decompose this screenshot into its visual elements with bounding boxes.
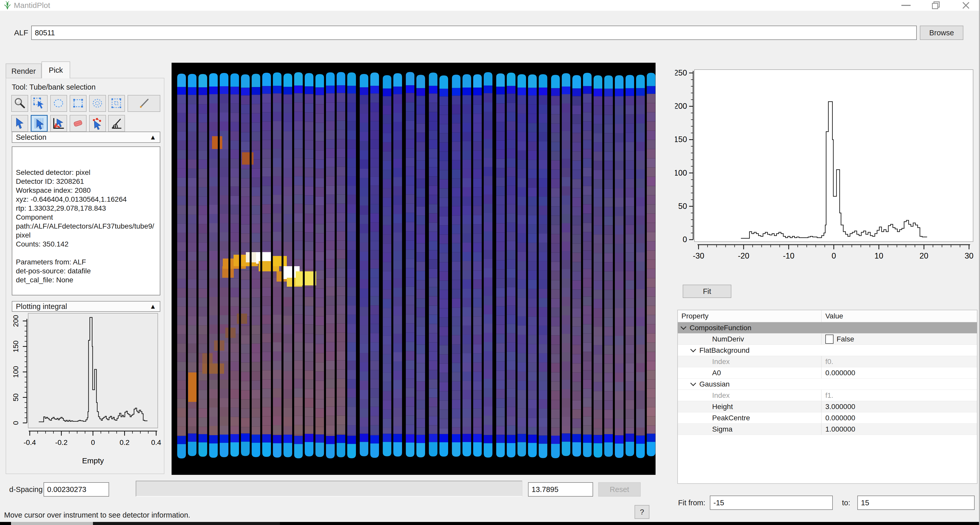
tool-draw-free-button[interactable]	[127, 95, 160, 112]
property-label: CompositeFunction	[690, 324, 751, 332]
property-value[interactable]: 3.000000	[825, 401, 855, 412]
collapse-triangle-icon: ▲	[150, 303, 156, 311]
selection-group-header[interactable]: Selection ▲	[12, 132, 160, 143]
svg-text:30: 30	[965, 251, 973, 260]
property-row-index[interactable]: Indexf0.	[678, 356, 977, 367]
pick-spectrum-chart: 050100150200250-30-20-100102030	[675, 65, 980, 272]
taskbar-edge	[0, 522, 980, 525]
property-row-a0[interactable]: A00.000000	[678, 367, 977, 379]
svg-text:20: 20	[920, 251, 928, 260]
pick-pixel-icon	[13, 117, 26, 130]
chevron-down-icon	[690, 346, 696, 352]
selection-info-box: Selected detector: pixel Detector ID: 32…	[12, 146, 160, 295]
dspacing-slider[interactable]	[136, 481, 522, 496]
property-row-sigma[interactable]: Sigma1.000000	[678, 423, 977, 435]
close-icon	[962, 1, 970, 10]
draw-rectangle-icon	[72, 97, 84, 110]
property-table-header: PropertyValue	[678, 310, 977, 322]
tool-pick-tube-button[interactable]	[31, 115, 48, 132]
run-number-input[interactable]	[31, 25, 917, 40]
minimize-button[interactable]	[893, 0, 919, 11]
browse-button[interactable]: Browse	[920, 25, 963, 40]
dspacing-input[interactable]	[43, 482, 109, 496]
property-value[interactable]: 1.000000	[825, 423, 855, 435]
tool-draw-ellipse-ring-button[interactable]	[89, 95, 106, 112]
tool-draw-rectangle-button[interactable]	[70, 95, 87, 112]
mantidplot-window: MantidPlot ALF Browse Render Pick Tool: …	[0, 0, 980, 525]
window-right-edge	[979, 0, 980, 525]
fit-to-input[interactable]	[858, 496, 975, 510]
tool-draw-ellipse-button[interactable]	[50, 95, 67, 112]
property-value[interactable]: 0.000000	[825, 367, 855, 378]
property-label: Gaussian	[699, 380, 730, 388]
tool-zoom-button[interactable]	[11, 95, 28, 112]
plotting-group-header[interactable]: Plotting integral ▲	[12, 301, 160, 312]
property-column-header: Property	[681, 312, 709, 320]
property-value-text: 0.000000	[825, 414, 855, 422]
erase-peak-icon	[72, 117, 84, 130]
tool-plot-sum-button[interactable]	[50, 115, 67, 132]
property-label: A0	[712, 369, 721, 377]
tab-pick[interactable]: Pick	[41, 62, 70, 78]
property-row-numderiv[interactable]: NumDerivFalse	[678, 333, 977, 345]
property-label: FlatBackground	[699, 346, 749, 355]
property-row-peakcentre[interactable]: PeakCentre0.000000	[678, 412, 977, 423]
tool-edit-shape-button[interactable]	[31, 95, 48, 112]
property-table: PropertyValueCompositeFunctionNumDerivFa…	[677, 310, 977, 484]
svg-text:0: 0	[683, 235, 687, 244]
draw-ellipse-icon	[52, 97, 65, 110]
property-value-text: False	[837, 335, 854, 343]
restore-icon	[932, 1, 940, 10]
svg-text:250: 250	[675, 68, 687, 77]
property-row-index[interactable]: Indexf1.	[678, 390, 977, 401]
selection-info-text: Selected detector: pixel Detector ID: 32…	[16, 168, 156, 284]
property-value[interactable]: False	[825, 333, 854, 344]
property-row-flatbackground[interactable]: FlatBackground	[678, 345, 977, 356]
svg-text:200: 200	[675, 102, 687, 111]
property-value-text: f1.	[825, 392, 833, 400]
svg-text:0.4: 0.4	[151, 438, 161, 446]
add-peak-icon	[91, 117, 104, 130]
reset-button[interactable]: Reset	[598, 482, 641, 496]
svg-text:100: 100	[675, 168, 687, 178]
selection-header-label: Selection	[16, 133, 46, 141]
checkbox[interactable]	[825, 335, 834, 344]
property-value[interactable]: 0.000000	[825, 412, 855, 423]
close-button[interactable]	[953, 0, 979, 11]
help-button[interactable]: ?	[635, 505, 649, 519]
svg-text:-30: -30	[693, 251, 704, 260]
instrument-view[interactable]	[172, 63, 655, 475]
taskbar-segment	[11, 522, 93, 525]
draw-ellipse-ring-icon	[91, 97, 104, 110]
tool-add-peak-button[interactable]	[89, 115, 106, 132]
svg-text:0.2: 0.2	[119, 438, 130, 446]
property-row-gaussian[interactable]: Gaussian	[678, 379, 977, 390]
property-label: Sigma	[712, 425, 732, 433]
restore-button[interactable]	[923, 0, 949, 11]
property-label: NumDeriv	[712, 335, 744, 343]
property-value-text: 1.000000	[825, 425, 855, 433]
property-row-height[interactable]: Height3.000000	[678, 401, 977, 412]
value-input[interactable]	[528, 482, 593, 496]
tool-measure-angle-button[interactable]	[108, 115, 125, 132]
plotting-integral-chart: 050100150200-0.4-0.200.20.4Empty	[10, 311, 165, 467]
property-value-text: 3.000000	[825, 403, 855, 411]
svg-text:Empty: Empty	[82, 457, 104, 465]
edit-shape-icon	[33, 97, 46, 110]
property-label: Index	[712, 392, 730, 400]
tool-draw-rectangle-ring-button[interactable]	[108, 95, 125, 112]
tab-render[interactable]: Render	[6, 63, 41, 78]
fit-from-input[interactable]	[710, 496, 833, 510]
fit-button[interactable]: Fit	[683, 285, 731, 298]
property-value[interactable]: f1.	[825, 390, 833, 401]
property-value[interactable]: f0.	[825, 356, 833, 367]
svg-text:10: 10	[875, 251, 883, 260]
tool-pick-pixel-button[interactable]	[11, 115, 28, 132]
value-column-header: Value	[825, 310, 843, 322]
status-message: Move cursor over instrument to see detec…	[4, 511, 190, 519]
property-row-compositefunction[interactable]: CompositeFunction	[678, 322, 977, 333]
tool-erase-peak-button[interactable]	[70, 115, 87, 132]
svg-text:-0.2: -0.2	[55, 438, 67, 446]
fit-to-label: to:	[842, 499, 850, 507]
plotting-header-label: Plotting integral	[16, 302, 67, 311]
